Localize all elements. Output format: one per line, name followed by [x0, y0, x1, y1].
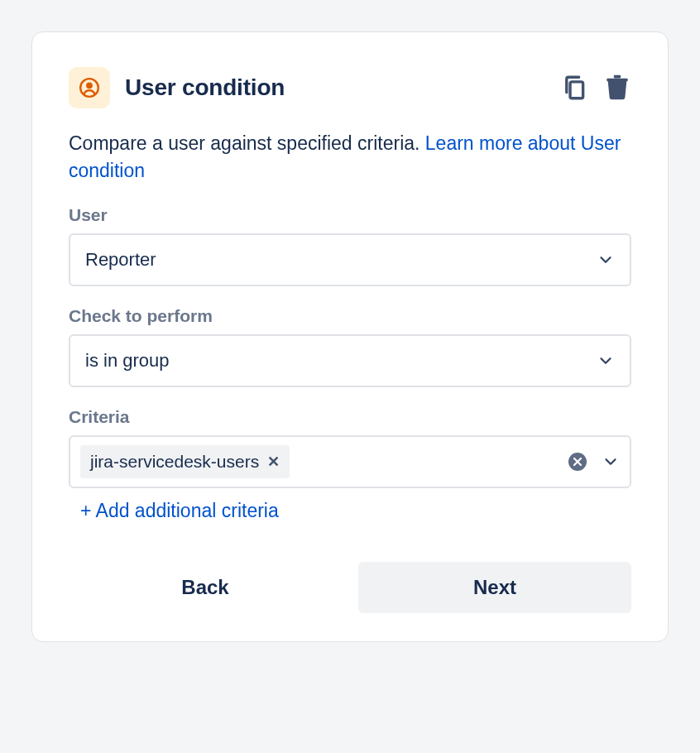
duplicate-button[interactable]	[560, 74, 588, 102]
svg-rect-2	[570, 82, 583, 98]
panel-header: User condition	[69, 67, 631, 108]
panel-footer: Back Next	[69, 562, 631, 613]
check-select-value: is in group	[85, 350, 597, 372]
description-text: Compare a user against specified criteri…	[69, 132, 425, 154]
back-button[interactable]: Back	[69, 562, 342, 613]
user-field-label: User	[69, 205, 631, 225]
chevron-down-icon	[597, 251, 615, 269]
user-select-value: Reporter	[85, 249, 597, 271]
chevron-down-icon	[602, 453, 620, 471]
svg-rect-4	[614, 75, 621, 79]
svg-point-1	[86, 82, 93, 89]
panel-description: Compare a user against specified criteri…	[69, 130, 631, 185]
panel-title: User condition	[125, 74, 285, 101]
criteria-chip-label: jira-servicedesk-users	[90, 452, 259, 472]
clear-criteria-button[interactable]	[568, 453, 587, 471]
chevron-down-icon	[597, 352, 615, 370]
next-button[interactable]: Next	[358, 562, 631, 613]
add-criteria-link[interactable]: + Add additional criteria	[69, 500, 279, 522]
user-select[interactable]: Reporter	[69, 233, 631, 286]
header-actions	[560, 72, 631, 103]
header-left: User condition	[69, 67, 285, 108]
criteria-chip: jira-servicedesk-users ✕	[80, 445, 290, 478]
check-select[interactable]: is in group	[69, 334, 631, 387]
criteria-field-label: Criteria	[69, 407, 631, 427]
user-condition-icon	[69, 67, 110, 108]
chip-remove-icon[interactable]: ✕	[267, 453, 280, 471]
user-condition-panel: User condition Compare a user against sp…	[31, 31, 669, 642]
svg-rect-3	[607, 79, 628, 82]
delete-button[interactable]	[603, 72, 631, 103]
check-field-label: Check to perform	[69, 306, 631, 326]
criteria-select[interactable]: jira-servicedesk-users ✕	[69, 435, 631, 488]
